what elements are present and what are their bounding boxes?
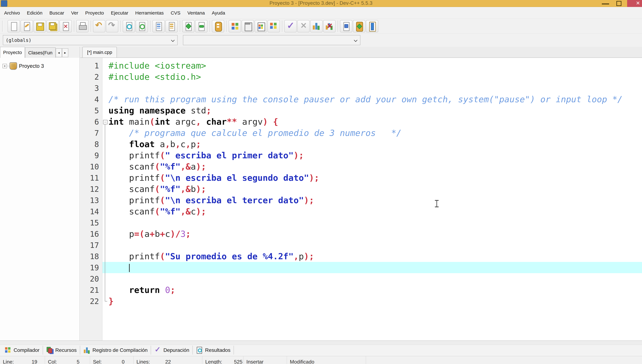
- code-line-19[interactable]: 19: [80, 262, 642, 273]
- abort-button[interactable]: [297, 20, 309, 32]
- menu-item-ayuda[interactable]: Ayuda: [208, 7, 229, 18]
- chevron-down-icon[interactable]: [171, 38, 175, 42]
- code-line-18[interactable]: 18 printf("Su promedio es de %4.2f",p);: [80, 251, 642, 262]
- code-line-8[interactable]: 8 float a,b,c,p;: [80, 138, 642, 150]
- tab-scroll-right-icon[interactable]: ▸: [62, 48, 68, 57]
- menu-item-ventana[interactable]: Ventana: [184, 7, 208, 18]
- toolbar-grip[interactable]: [2, 21, 3, 32]
- chevron-down-icon[interactable]: [354, 38, 358, 42]
- menu-item-ejecutar[interactable]: Ejecutar: [107, 7, 132, 18]
- goto-bookmark-button[interactable]: [366, 20, 378, 32]
- compile-run-button[interactable]: [255, 20, 267, 32]
- code-line-16[interactable]: 16 p=(a+b+c)/3;: [80, 228, 642, 240]
- code-line-12[interactable]: 12 scanf("%f",&b);: [80, 184, 642, 195]
- code-line-3[interactable]: 3: [80, 82, 642, 94]
- print-button[interactable]: [76, 20, 89, 32]
- code-text[interactable]: using namespace std;: [109, 105, 642, 116]
- minimize-icon[interactable]: [602, 4, 609, 4]
- save-all-button[interactable]: [47, 20, 59, 32]
- code-text[interactable]: [109, 240, 642, 251]
- forward-button[interactable]: [195, 20, 207, 32]
- code-line-13[interactable]: 13 printf("\n escriba el tercer dato");: [80, 195, 642, 206]
- code-text[interactable]: printf(" escriba el primer dato");: [109, 150, 642, 161]
- bottom-tab-recursos[interactable]: Recursos: [43, 345, 80, 355]
- close-file-button[interactable]: [60, 20, 72, 32]
- new-file-button[interactable]: [8, 20, 20, 32]
- code-line-9[interactable]: 9 printf(" escriba el primer dato");: [80, 150, 642, 161]
- redo-button[interactable]: [106, 20, 118, 32]
- save-button[interactable]: [34, 20, 46, 32]
- rebuild-all-button[interactable]: [267, 20, 280, 32]
- bottom-tab-compilador[interactable]: Compilador: [1, 345, 43, 355]
- code-text[interactable]: p=(a+b+c)/3;: [109, 228, 642, 240]
- close-button[interactable]: ✕: [627, 0, 642, 7]
- tab-main-cpp[interactable]: [*] main.cpp: [82, 47, 117, 58]
- bottom-tab-depuraci-n[interactable]: Depuración: [151, 345, 192, 355]
- code-text[interactable]: [109, 82, 642, 94]
- bookmarks-button[interactable]: [165, 20, 178, 32]
- code-text[interactable]: scanf("%f",&b);: [109, 184, 642, 195]
- code-text[interactable]: [109, 273, 642, 284]
- insert-button[interactable]: [340, 20, 352, 32]
- code-text[interactable]: }: [109, 296, 642, 307]
- goto-line-button[interactable]: [152, 20, 165, 32]
- code-text[interactable]: [109, 262, 642, 273]
- menu-item-cvs[interactable]: CVS: [167, 7, 184, 18]
- open-file-button[interactable]: [21, 20, 33, 32]
- run-to-cursor-button[interactable]: [212, 20, 224, 32]
- tab-proyecto[interactable]: Proyecto: [0, 47, 25, 58]
- title-bar[interactable]: Proyecto 3 - [Proyecto 3.dev] - Dev-C++ …: [0, 0, 642, 7]
- code-line-17[interactable]: 17: [80, 240, 642, 251]
- code-line-5[interactable]: 5using namespace std;: [80, 105, 642, 116]
- tree-expander-icon[interactable]: +: [3, 64, 7, 68]
- code-text[interactable]: /* programa que calcule el promedio de 3…: [109, 127, 642, 138]
- delete-profiling-button[interactable]: [323, 20, 336, 32]
- find-button[interactable]: [123, 20, 135, 32]
- code-text[interactable]: scanf("%f",&a);: [109, 161, 642, 172]
- menu-item-archivo[interactable]: Archivo: [1, 7, 24, 18]
- menu-item-proyecto[interactable]: Proyecto: [82, 7, 107, 18]
- code-line-14[interactable]: 14 scanf("%f",&c);: [80, 206, 642, 217]
- panel-splitter[interactable]: [0, 340, 642, 345]
- code-text[interactable]: #include <iostream>: [109, 60, 642, 71]
- bottom-tab-registro-de-compilaci-n[interactable]: Registro de Compilación: [80, 345, 151, 355]
- code-text[interactable]: return 0;: [109, 284, 642, 296]
- code-line-15[interactable]: 15: [80, 217, 642, 228]
- syntax-check-button[interactable]: [284, 20, 297, 32]
- menu-item-ver[interactable]: Ver: [68, 7, 82, 18]
- maximize-icon[interactable]: [616, 1, 621, 6]
- scope-combobox[interactable]: (globals): [3, 35, 178, 45]
- code-line-7[interactable]: 7 /* programa que calcule el promedio de…: [80, 127, 642, 138]
- code-line-10[interactable]: 10 scanf("%f",&a);: [80, 161, 642, 172]
- back-button[interactable]: [182, 20, 194, 32]
- code-text[interactable]: printf("\n escriba el tercer dato");: [109, 195, 642, 206]
- menu-item-edición[interactable]: Edición: [24, 7, 46, 18]
- compile-button[interactable]: [229, 20, 241, 32]
- code-text[interactable]: #include <stdio.h>: [109, 71, 642, 82]
- tab-scroll-left-icon[interactable]: ◂: [56, 48, 62, 57]
- code-text[interactable]: scanf("%f",&c);: [109, 206, 642, 217]
- undo-button[interactable]: [93, 20, 105, 32]
- code-line-6[interactable]: 6int main(int argc, char** argv) {: [80, 116, 642, 127]
- profile-button[interactable]: [310, 20, 323, 32]
- code-text[interactable]: [109, 217, 642, 228]
- menu-item-herramientas[interactable]: Herramientas: [132, 7, 167, 18]
- toggle-bookmark-button[interactable]: [353, 20, 365, 32]
- code-line-2[interactable]: 2#include <stdio.h>: [80, 71, 642, 82]
- code-line-22[interactable]: 22}: [80, 296, 642, 307]
- replace-button[interactable]: [136, 20, 148, 32]
- member-combobox[interactable]: [183, 35, 360, 45]
- code-text[interactable]: int main(int argc, char** argv) {: [109, 116, 642, 127]
- code-text[interactable]: printf("\n escriba el segundo dato");: [109, 172, 642, 184]
- code-line-21[interactable]: 21 return 0;: [80, 284, 642, 296]
- tab-clases[interactable]: Clases(Fun: [25, 48, 56, 58]
- code-line-4[interactable]: 4/* run this program using the console p…: [80, 94, 642, 105]
- menu-item-buscar[interactable]: Buscar: [46, 7, 68, 18]
- code-line-11[interactable]: 11 printf("\n escriba el segundo dato");: [80, 172, 642, 184]
- code-text[interactable]: printf("Su promedio es de %4.2f",p);: [109, 251, 642, 262]
- bottom-tab-resultados[interactable]: Resultados: [193, 345, 233, 355]
- code-text[interactable]: /* run this program using the console pa…: [109, 94, 642, 105]
- run-button[interactable]: [242, 20, 254, 32]
- code-text[interactable]: float a,b,c,p;: [109, 138, 642, 150]
- code-editor[interactable]: 1#include <iostream>2#include <stdio.h>3…: [80, 58, 642, 340]
